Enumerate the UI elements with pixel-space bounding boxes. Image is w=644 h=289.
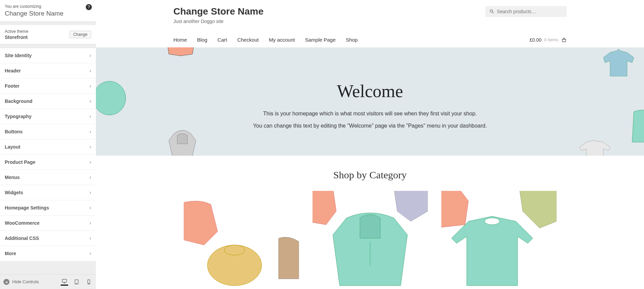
customizer-footer: ◂ Hide Controls: [0, 274, 96, 289]
category-tile[interactable]: [441, 191, 557, 289]
clothing-illustration: [164, 127, 201, 156]
help-icon[interactable]: ?: [86, 4, 92, 10]
active-theme-label: Active theme: [5, 29, 28, 34]
panel-footer[interactable]: Footer›: [0, 79, 96, 94]
panel-site-identity[interactable]: Site Identity›: [0, 48, 96, 63]
svg-point-2: [76, 283, 77, 284]
nav-shop[interactable]: Shop: [346, 37, 358, 43]
active-theme-name: Storefront: [5, 35, 28, 40]
customizer-panel-list: Site Identity› Header› Footer› Backgroun…: [0, 48, 96, 274]
category-section-title: Shop by Category: [96, 169, 644, 181]
clothing-illustration: [576, 137, 613, 156]
chevron-right-icon: ›: [89, 52, 91, 59]
svg-point-8: [224, 245, 245, 255]
svg-point-4: [88, 283, 89, 284]
customizer-title: Change Store Name: [5, 10, 91, 17]
panel-product-page[interactable]: Product Page›: [0, 155, 96, 170]
hero-text-1: This is your homepage which is what most…: [251, 111, 489, 117]
clothing-illustration: [96, 80, 126, 117]
customizer-subtitle: You are customizing: [5, 4, 91, 9]
svg-rect-0: [62, 279, 67, 282]
hero-section: Welcome This is your homepage which is w…: [96, 47, 644, 156]
panel-homepage-settings[interactable]: Homepage Settings›: [0, 200, 96, 216]
panel-header[interactable]: Header›: [0, 63, 96, 79]
search-icon: [489, 9, 494, 14]
category-illustration: [313, 191, 428, 289]
panel-background[interactable]: Background›: [0, 94, 96, 109]
chevron-right-icon: ›: [89, 129, 91, 135]
desktop-icon[interactable]: [61, 278, 68, 286]
chevron-right-icon: ›: [89, 98, 91, 104]
hero-text-2: You can change this text by editing the …: [251, 123, 489, 129]
customizer-header: You are customizing Change Store Name ?: [0, 0, 96, 22]
panel-menus[interactable]: Menus›: [0, 170, 96, 185]
product-search[interactable]: [485, 6, 567, 17]
device-preview-toggle: [61, 278, 93, 286]
site-preview: Change Store Name Just another Doggo sit…: [96, 0, 644, 289]
customizer-sidebar: You are customizing Change Store Name ? …: [0, 0, 96, 289]
shop-by-category-section: Shop by Category: [96, 156, 644, 289]
chevron-right-icon: ›: [89, 68, 91, 74]
chevron-right-icon: ›: [89, 144, 91, 150]
hide-controls-button[interactable]: ◂ Hide Controls: [3, 279, 39, 285]
category-illustration: [184, 191, 299, 289]
chevron-right-icon: ›: [89, 83, 91, 89]
basket-icon: [561, 37, 567, 43]
tablet-icon[interactable]: [73, 278, 80, 286]
category-tile[interactable]: [184, 191, 299, 289]
header-cart-link[interactable]: £0.00 0 items: [530, 37, 567, 43]
chevron-right-icon: ›: [89, 250, 91, 257]
panel-typography[interactable]: Typography›: [0, 109, 96, 124]
chevron-right-icon: ›: [89, 159, 91, 165]
nav-sample-page[interactable]: Sample Page: [305, 37, 336, 43]
site-header: Change Store Name Just another Doggo sit…: [153, 0, 587, 47]
site-branding: Change Store Name Just another Doggo sit…: [174, 6, 264, 24]
search-input[interactable]: [497, 9, 563, 14]
active-theme-row: Active theme Storefront Change: [0, 25, 96, 44]
nav-my-account[interactable]: My account: [269, 37, 295, 43]
chevron-right-icon: ›: [89, 220, 91, 226]
panel-layout[interactable]: Layout›: [0, 139, 96, 155]
svg-point-6: [96, 81, 126, 115]
cart-total: £0.00: [530, 37, 542, 43]
category-tile[interactable]: [313, 191, 428, 289]
panel-woocommerce[interactable]: WooCommerce›: [0, 216, 96, 231]
panel-additional-css[interactable]: Additional CSS›: [0, 231, 96, 246]
change-theme-button[interactable]: Change: [69, 31, 91, 38]
mobile-icon[interactable]: [85, 278, 93, 286]
primary-nav: Home Blog Cart Checkout My account Sampl…: [174, 37, 358, 43]
category-illustration: [441, 191, 557, 289]
nav-home[interactable]: Home: [174, 37, 187, 43]
chevron-right-icon: ›: [89, 174, 91, 180]
site-title[interactable]: Change Store Name: [174, 6, 264, 17]
clothing-illustration: [630, 108, 644, 146]
panel-buttons[interactable]: Buttons›: [0, 124, 96, 139]
chevron-right-icon: ›: [89, 113, 91, 119]
chevron-right-icon: ›: [89, 190, 91, 196]
chevron-right-icon: ›: [89, 235, 91, 241]
site-tagline: Just another Doggo site: [174, 19, 264, 24]
panel-more[interactable]: More›: [0, 246, 96, 261]
panel-widgets[interactable]: Widgets›: [0, 185, 96, 200]
collapse-icon: ◂: [3, 279, 9, 285]
clothing-illustration: [600, 47, 637, 80]
svg-point-10: [485, 218, 500, 225]
nav-checkout[interactable]: Checkout: [237, 37, 259, 43]
svg-point-5: [490, 10, 492, 12]
nav-blog[interactable]: Blog: [197, 37, 207, 43]
hero-title: Welcome: [96, 81, 644, 101]
chevron-right-icon: ›: [89, 205, 91, 211]
clothing-illustration: [164, 47, 198, 58]
cart-item-count: 0 items: [544, 37, 559, 42]
nav-cart[interactable]: Cart: [218, 37, 227, 43]
